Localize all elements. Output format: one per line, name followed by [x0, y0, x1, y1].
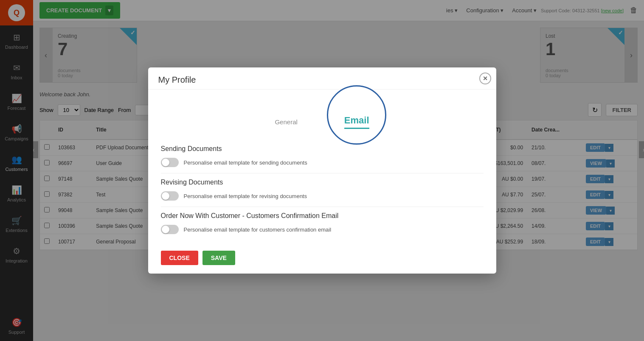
modal-body: Sending Documents Personalise email temp… [148, 133, 496, 244]
confirm-toggle-label: Personalise email template for customers… [184, 226, 332, 233]
modal-close-red-button[interactable]: CLOSE [161, 251, 198, 265]
section-ordernow-title: Order Now With Customer - Customers Conf… [161, 212, 484, 220]
tabs-row: General Email [148, 89, 496, 133]
revise-toggle-label: Personalise email template for revising … [184, 193, 307, 199]
divider-1 [161, 173, 484, 173]
my-profile-modal: My Profile ✕ General Email Sending Docum… [148, 67, 496, 274]
modal-save-button[interactable]: SAVE [202, 251, 235, 265]
modal-close-button[interactable]: ✕ [479, 73, 491, 84]
send-toggle-label: Personalise email template for sending d… [184, 159, 307, 166]
section-sending-title: Sending Documents [161, 145, 484, 153]
modal-overlay[interactable]: My Profile ✕ General Email Sending Docum… [0, 0, 644, 341]
ordernow-toggle-row: Personalise email template for customers… [161, 225, 484, 234]
confirm-toggle[interactable] [161, 225, 179, 234]
send-toggle[interactable] [161, 158, 179, 167]
tab-general[interactable]: General [275, 118, 297, 126]
sending-toggle-row: Personalise email template for sending d… [161, 158, 484, 167]
tab-email[interactable]: Email [344, 115, 369, 129]
revising-toggle-row: Personalise email template for revising … [161, 191, 484, 201]
modal-title: My Profile [158, 75, 196, 85]
modal-header: My Profile ✕ [148, 67, 496, 89]
section-revising-title: Revising Documents [161, 179, 484, 186]
divider-2 [161, 207, 484, 207]
revise-toggle[interactable] [161, 191, 179, 201]
modal-footer: CLOSE SAVE [148, 244, 496, 274]
